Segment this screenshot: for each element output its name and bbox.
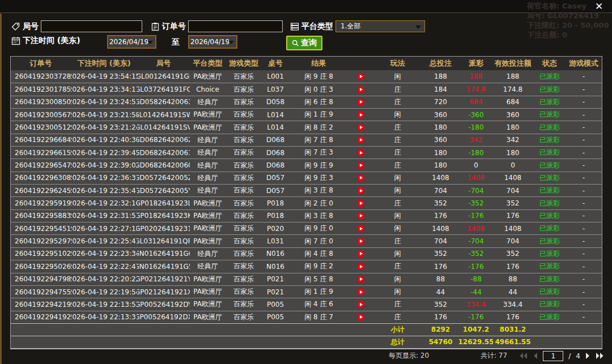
cell-total_bet: 176 bbox=[422, 311, 459, 323]
play-video-icon[interactable] bbox=[357, 288, 364, 296]
cell-game_mode: - bbox=[567, 260, 601, 272]
cell-bet_time: 2026-04-19 22:27:18 bbox=[71, 222, 137, 234]
cell-table_id: P018 bbox=[262, 197, 289, 209]
next-page-icon[interactable] bbox=[585, 353, 590, 359]
play-video-icon[interactable] bbox=[357, 301, 364, 308]
cell-round_id: GP005264192DY bbox=[137, 298, 190, 310]
order-input[interactable] bbox=[188, 20, 283, 32]
play-video-icon[interactable] bbox=[357, 212, 364, 220]
chevron-down-icon bbox=[147, 41, 153, 44]
cell-total_bet: 44 bbox=[422, 286, 459, 298]
cell-game_type: 百家乐 bbox=[226, 210, 262, 222]
cell-total_bet: 184 bbox=[422, 83, 459, 95]
play-video-icon[interactable] bbox=[357, 225, 364, 232]
cell-round_id: GN016264191G5 bbox=[137, 260, 190, 272]
last-page-icon[interactable] bbox=[596, 353, 604, 359]
cell-bet_time: 2026-04-19 22:22:47 bbox=[71, 260, 137, 272]
cell-game_mode: - bbox=[567, 96, 601, 108]
first-page-icon[interactable] bbox=[519, 353, 528, 359]
cell-round_id: GP0212641921Y bbox=[137, 273, 190, 285]
play-video-icon[interactable] bbox=[357, 314, 364, 321]
cell-table_id: P021 bbox=[262, 273, 289, 285]
cell-play: 庄 bbox=[373, 96, 422, 108]
cell-round_id: GL001264191GI bbox=[137, 70, 190, 83]
cell-order_id: 260419229510299 bbox=[11, 248, 71, 260]
cell-platform: PA欧洲厅 bbox=[190, 298, 226, 310]
cell-platform: 经典厅 bbox=[190, 172, 226, 184]
cell-payout: 342 bbox=[459, 134, 493, 146]
table-row: 2604192295919272026-04-19 22:32:16GP0182… bbox=[11, 196, 602, 209]
cell-status: 已派彩 bbox=[533, 222, 567, 234]
cell-order_id: 260419229591927 bbox=[11, 197, 71, 209]
subtotal-order_id bbox=[11, 324, 71, 336]
grand-total-round_id bbox=[137, 336, 190, 348]
cell-bet_time: 2026-04-19 22:20:22 bbox=[71, 273, 137, 285]
cell-replay bbox=[348, 235, 373, 247]
table-row: 2604192300512722026-04-19 23:21:24GL0142… bbox=[11, 121, 602, 133]
cell-order_id: 260419229624510 bbox=[11, 185, 71, 196]
cell-play: 庄 bbox=[373, 147, 422, 159]
play-video-icon[interactable] bbox=[357, 136, 364, 144]
cell-total_bet: 360 bbox=[422, 109, 459, 121]
cell-valid_bet: 342 bbox=[493, 134, 533, 146]
date-from-value: 2026/04/19 bbox=[109, 38, 148, 46]
column-header-valid_bet: 有效投注额 bbox=[493, 57, 533, 70]
play-video-icon[interactable] bbox=[357, 276, 364, 283]
table-row: 2604192296308012026-04-19 22:36:31GD0572… bbox=[11, 172, 602, 184]
clipboard-icon bbox=[151, 22, 160, 31]
cell-table_id: D057 bbox=[262, 172, 289, 184]
bet-records-table: 订单号下注时间 (美东)局号平台类型游戏类型桌号结果玩法总投注派彩有效投注额状态… bbox=[10, 56, 602, 349]
pager-controls: / 4 bbox=[519, 348, 604, 364]
play-video-icon[interactable] bbox=[357, 162, 364, 169]
play-video-icon[interactable] bbox=[357, 187, 364, 194]
cell-payout: -360 bbox=[459, 109, 493, 121]
play-video-icon[interactable] bbox=[357, 86, 364, 93]
cell-valid_bet: 684 bbox=[493, 96, 533, 108]
cell-table_id: L014 bbox=[262, 109, 289, 121]
cell-platform: PA欧洲厅 bbox=[190, 197, 226, 209]
cell-round_id: GP0182641923K bbox=[137, 210, 190, 222]
cell-game_type: 百家乐 bbox=[226, 185, 262, 196]
search-button[interactable]: 查询 bbox=[286, 36, 322, 50]
cell-play: 庄 bbox=[373, 197, 422, 209]
round-input[interactable] bbox=[41, 20, 142, 32]
cell-bet_time: 2026-04-19 22:39:02 bbox=[71, 159, 137, 171]
cell-bet_time: 2026-04-19 22:32:16 bbox=[71, 197, 137, 209]
column-header-game_mode: 游戏模式 bbox=[567, 57, 601, 70]
play-video-icon[interactable] bbox=[357, 174, 364, 182]
cell-round_id: GP0182641923L bbox=[137, 197, 190, 209]
date-to-select[interactable]: 2026/04/19 bbox=[188, 35, 237, 49]
prev-page-icon[interactable] bbox=[533, 353, 538, 359]
play-video-icon[interactable] bbox=[357, 238, 364, 245]
cell-payout: -88 bbox=[459, 273, 493, 285]
page-number-input[interactable] bbox=[543, 351, 563, 361]
cell-result: 闲 0 庄 3 bbox=[289, 83, 348, 95]
column-header-payout: 派彩 bbox=[459, 57, 493, 70]
subtotal-table_id bbox=[262, 324, 289, 336]
play-video-icon[interactable] bbox=[357, 99, 364, 106]
close-icon[interactable]: ✕ bbox=[593, 1, 605, 12]
column-header-play: 玩法 bbox=[373, 57, 422, 70]
play-video-icon[interactable] bbox=[357, 200, 364, 207]
page-separator: / bbox=[568, 352, 571, 360]
cell-platform: 经典厅 bbox=[190, 147, 226, 159]
cell-result: 闲 3 庄 8 bbox=[289, 210, 348, 222]
play-video-icon[interactable] bbox=[357, 149, 364, 156]
cell-table_id: P018 bbox=[262, 210, 289, 222]
date-from-select[interactable]: 2026/04/19 bbox=[107, 35, 156, 49]
play-video-icon[interactable] bbox=[357, 124, 364, 131]
cell-platform: PA欧洲厅 bbox=[190, 70, 226, 83]
grand-total-game_type bbox=[226, 336, 262, 348]
play-video-icon[interactable] bbox=[357, 263, 364, 270]
play-video-icon[interactable] bbox=[357, 111, 364, 118]
grand-total-result bbox=[289, 336, 348, 348]
cell-bet_time: 2026-04-19 22:35:47 bbox=[71, 185, 137, 196]
play-video-icon[interactable] bbox=[357, 250, 364, 258]
column-header-order_id: 订单号 bbox=[11, 57, 71, 70]
platform-select[interactable]: 1.全部 bbox=[335, 20, 425, 32]
subtotal-result bbox=[289, 324, 348, 336]
cell-order_id: 260419229545174 bbox=[11, 222, 71, 234]
cell-play: 闲 bbox=[373, 185, 422, 196]
play-video-icon[interactable] bbox=[357, 73, 364, 80]
cell-payout: -180 bbox=[459, 121, 493, 133]
